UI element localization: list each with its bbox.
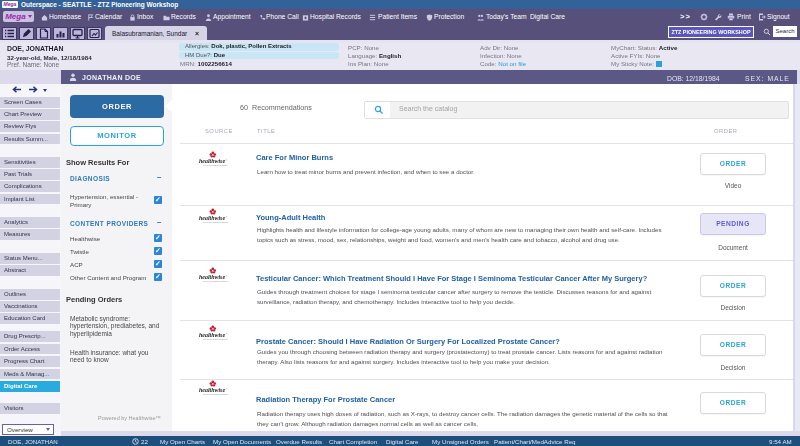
svg-text:for every health decision: for every health decision [203,164,228,166]
svg-text:healthwise: healthwise [199,387,225,393]
svg-text:for every health decision: for every health decision [203,338,228,340]
svg-text:®: ® [226,333,228,336]
svg-text:healthwise: healthwise [199,274,225,280]
svg-text:®: ® [226,275,228,278]
svg-text:®: ® [226,388,228,391]
svg-text:healthwise: healthwise [199,158,225,164]
svg-text:®: ® [226,159,228,162]
svg-text:®: ® [226,216,228,219]
svg-text:healthwise: healthwise [199,215,225,221]
svg-text:for every health decision: for every health decision [203,393,228,395]
svg-text:for every health decision: for every health decision [203,221,228,223]
svg-text:healthwise: healthwise [199,332,225,338]
svg-text:for every health decision: for every health decision [203,280,228,282]
